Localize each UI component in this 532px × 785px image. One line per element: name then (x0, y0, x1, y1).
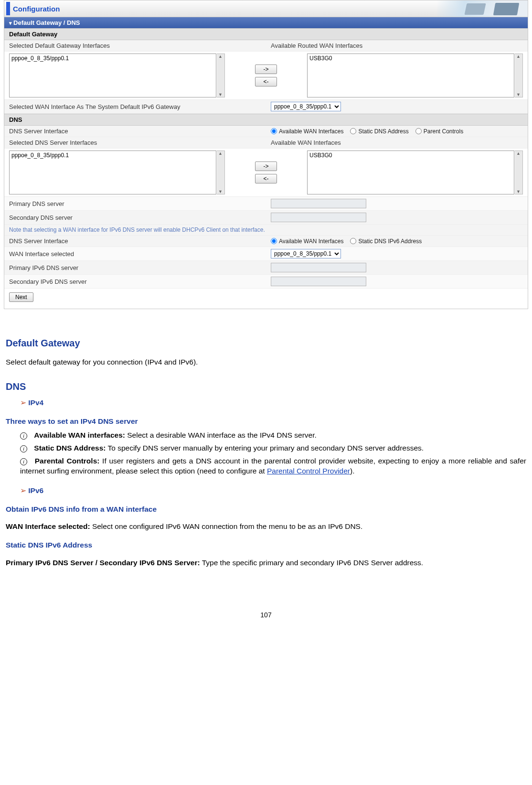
list-item[interactable]: pppoe_0_8_35/ppp0.1 (11, 55, 214, 62)
radio-input[interactable] (350, 238, 356, 244)
config-header: Configuration (4, 0, 528, 17)
dns-available-listbox[interactable]: USB3G0 (307, 151, 514, 194)
primary-dns-label: Primary DNS server (4, 198, 266, 209)
radio-input[interactable] (271, 238, 277, 244)
dns-transfer-row: pppoe_0_8_35/ppp0.1 -> <- USB3G0 (4, 149, 528, 197)
wan-iface-selected-label: WAN Interface selected (4, 248, 266, 259)
dns-selected-listbox[interactable]: pppoe_0_8_35/ppp0.1 (9, 151, 216, 194)
ipv6-note: Note that selecting a WAN interface for … (4, 225, 528, 236)
move-left-button[interactable]: <- (255, 77, 277, 86)
scrollbar[interactable] (515, 54, 523, 97)
para-wan-selected: WAN Interface selected: Select one confi… (6, 522, 526, 532)
subheading-ipv6: IPv6 (20, 486, 526, 496)
gw-columns-header: Selected Default Gateway Interfaces Avai… (4, 40, 528, 52)
radio-parent-controls[interactable]: Parent Controls (415, 128, 463, 135)
para-gw: Select default gateway for you connectio… (6, 357, 526, 367)
gw-available-listbox[interactable]: USB3G0 (307, 54, 514, 97)
list-item[interactable]: pppoe_0_8_35/ppp0.1 (11, 152, 214, 159)
dns-columns-header: Selected DNS Server Interfaces Available… (4, 137, 528, 149)
ipv6-gw-label: Selected WAN Interface As The System Def… (4, 101, 266, 112)
radio-avail-wan-v6[interactable]: Available WAN Interfaces (271, 238, 343, 245)
primary-dns-input[interactable] (271, 199, 366, 208)
list-item[interactable]: USB3G0 (309, 55, 512, 62)
gateway-dns-panel: Default Gateway / DNS Default Gateway Se… (4, 17, 528, 309)
radio-static-dns-v6[interactable]: Static DNS IPv6 Address (350, 238, 422, 245)
para-static-ipv6: Primary IPv6 DNS Server / Secondary IPv6… (6, 558, 526, 568)
move-left-button[interactable]: <- (255, 174, 277, 183)
scrollbar[interactable] (515, 151, 523, 194)
header-banner-image (437, 0, 528, 17)
parental-control-provider-link[interactable]: Parental Control Provider (267, 467, 350, 475)
list-item: i Available WAN interfaces: Select a des… (20, 430, 526, 441)
secondary-v6-dns-label: Secondary IPv6 DNS server (4, 276, 266, 287)
move-right-button[interactable]: -> (255, 161, 277, 171)
secondary-v6-dns-input[interactable] (271, 277, 366, 286)
next-button[interactable]: Next (9, 292, 33, 302)
primary-v6-dns-label: Primary IPv6 DNS server (4, 262, 266, 273)
page-number: 107 (4, 611, 528, 619)
section-default-gateway: Default Gateway (4, 28, 528, 40)
section-dns: DNS (4, 114, 528, 126)
dns-selected-label: Selected DNS Server Interfaces (4, 137, 266, 148)
scrollbar[interactable] (217, 151, 225, 194)
list-item: i Parental Controls: If user registers a… (20, 456, 526, 476)
radio-avail-wan-v4[interactable]: Available WAN Interfaces (271, 128, 343, 135)
page-title: Configuration (13, 5, 60, 13)
dns-v6-iface-label: DNS Server Interface (4, 236, 266, 247)
radio-input[interactable] (415, 128, 422, 134)
subheading-ipv4: IPv4 (20, 398, 526, 408)
scrollbar[interactable] (217, 54, 225, 97)
info-icon: i (20, 432, 27, 440)
list-item[interactable]: USB3G0 (309, 152, 512, 159)
dns-v4-iface-label: DNS Server Interface (4, 126, 266, 137)
secondary-dns-input[interactable] (271, 213, 366, 222)
gw-available-label: Available Routed WAN Interfaces (266, 40, 528, 51)
primary-v6-dns-input[interactable] (271, 263, 366, 272)
info-icon: i (20, 458, 27, 465)
info-icon: i (20, 445, 27, 452)
secondary-dns-label: Secondary DNS server (4, 212, 266, 223)
dns-available-label: Available WAN Interfaces (266, 137, 528, 148)
heading-default-gateway: Default Gateway (6, 337, 526, 350)
gw-selected-label: Selected Default Gateway Interfaces (4, 40, 266, 51)
ipv6-gw-select[interactable]: pppoe_0_8_35/ppp0.1 (271, 102, 341, 111)
panel-title[interactable]: Default Gateway / DNS (4, 17, 528, 28)
heading-three-ways: Three ways to set an IPv4 DNS server (6, 417, 526, 427)
ipv6-wan-select[interactable]: pppoe_0_8_35/ppp0.1 (271, 249, 341, 258)
header-accent-bar (6, 2, 10, 15)
documentation-body: Default Gateway Select default gateway f… (4, 309, 528, 568)
heading-static-ipv6: Static DNS IPv6 Address (6, 540, 526, 550)
gw-selected-listbox[interactable]: pppoe_0_8_35/ppp0.1 (9, 54, 216, 97)
radio-static-dns-v4[interactable]: Static DNS Address (350, 128, 408, 135)
heading-dns: DNS (6, 380, 526, 393)
radio-input[interactable] (350, 128, 356, 134)
radio-input[interactable] (271, 128, 277, 134)
gw-transfer-row: pppoe_0_8_35/ppp0.1 -> <- USB3G0 (4, 52, 528, 100)
list-item: i Static DNS Address: To specify DNS ser… (20, 443, 526, 453)
heading-obtain-ipv6: Obtain IPv6 DNS info from a WAN interfac… (6, 505, 526, 515)
move-right-button[interactable]: -> (255, 65, 277, 74)
